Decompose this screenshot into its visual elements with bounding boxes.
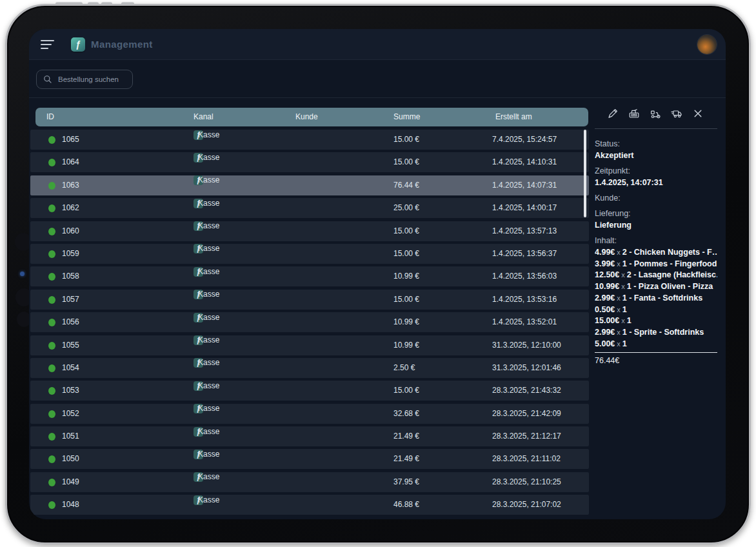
avatar[interactable]: [697, 35, 717, 54]
order-sum: 21.49 €: [393, 426, 419, 446]
status-dot-icon: [48, 501, 55, 509]
order-sum: 15.00 €: [393, 221, 419, 241]
truck-icon: [670, 107, 683, 120]
order-created-at: 1.4.2025, 13:57:13: [492, 221, 557, 241]
item-multiply-glyph: x: [615, 248, 622, 256]
status-dot-icon: [48, 136, 55, 144]
item-quantity: 1: [622, 339, 627, 348]
table-row[interactable]: 1051ƒKasse21.49 €28.3.2025, 21:12:17: [30, 426, 589, 446]
item-description: - Pommes - Fingerfood: [627, 259, 717, 268]
channel-label: Kasse: [198, 353, 219, 373]
table-row[interactable]: 1062ƒKasse25.00 €1.4.2025, 14:00:17: [30, 198, 589, 218]
table-row[interactable]: 1057ƒKasse15.00 €1.4.2025, 13:53:16: [30, 290, 589, 310]
item-multiply-glyph: x: [615, 328, 622, 336]
channel-label: Kasse: [198, 170, 219, 190]
order-created-at: 28.3.2025, 21:07:02: [492, 495, 561, 515]
order-id: 1064: [62, 152, 79, 172]
field-value: 1.4.2025, 14:07:31: [595, 177, 717, 188]
table-row[interactable]: 1060ƒKasse15.00 €1.4.2025, 13:57:13: [30, 221, 589, 241]
table-row[interactable]: 1048ƒKasse46.88 €28.3.2025, 21:07:02: [30, 495, 589, 515]
edit-button[interactable]: [606, 107, 619, 120]
detail-field: Lieferung:Lieferung: [595, 208, 717, 231]
order-item: 4.99€x2 - Chicken Nuggets - F…: [595, 247, 717, 259]
table-row[interactable]: 1056ƒKasse10.99 €1.4.2025, 13:52:01: [30, 312, 589, 332]
order-item: 3.99€x1 - Pommes - Fingerfood: [595, 259, 717, 270]
item-quantity: 1: [622, 259, 627, 268]
order-id: 1048: [62, 495, 79, 515]
detail-fields: Status:AkzeptiertZeitpunkt:1.4.2025, 14:…: [595, 138, 717, 231]
field-value: Akzeptiert: [595, 150, 717, 161]
order-created-at: 1.4.2025, 14:10:31: [492, 152, 557, 172]
order-id: 1057: [62, 290, 79, 310]
search-icon: [43, 75, 52, 84]
order-id: 1053: [62, 381, 79, 401]
order-created-at: 31.3.2025, 12:01:46: [492, 358, 561, 378]
order-item: 2.99€x1 - Sprite - Softdrinks: [595, 327, 717, 339]
item-price: 5.00€: [595, 339, 615, 348]
column-header-kanal: Kanal: [194, 108, 214, 126]
receipt-button[interactable]: [628, 107, 641, 120]
order-created-at: 1.4.2025, 14:00:17: [492, 198, 557, 218]
item-price: 4.99€: [595, 248, 615, 257]
order-created-at: 28.3.2025, 21:43:32: [492, 381, 561, 401]
menu-button[interactable]: [41, 40, 54, 49]
order-sum: 10.99 €: [393, 312, 419, 332]
item-price: 15.00€: [595, 316, 619, 325]
table-row[interactable]: 1059ƒKasse15.00 €1.4.2025, 13:56:37: [30, 244, 589, 264]
order-sum: 46.88 €: [393, 495, 419, 515]
channel-label: Kasse: [198, 148, 219, 168]
item-quantity: 1: [622, 305, 627, 314]
order-id: 1052: [62, 404, 79, 424]
order-sum: 37.95 €: [393, 472, 419, 492]
order-id: 1065: [62, 130, 79, 150]
close-button[interactable]: [691, 107, 704, 120]
orders-list: 1065ƒKasse15.00 €7.4.2025, 15:24:571064ƒ…: [30, 130, 589, 518]
order-id: 1049: [62, 472, 79, 492]
status-dot-icon: [48, 433, 55, 441]
app-title: Management: [91, 39, 153, 50]
order-item: 10.99€x1 - Pizza Oliven - Pizza: [595, 281, 717, 293]
order-id: 1059: [62, 244, 79, 264]
order-id: 1051: [62, 426, 79, 446]
truck-delivery-button[interactable]: [670, 107, 683, 120]
table-row[interactable]: 1065ƒKasse15.00 €7.4.2025, 15:24:57: [30, 130, 589, 150]
table-row[interactable]: 1063ƒKasse76.44 €1.4.2025, 14:07:31: [30, 175, 589, 195]
table-row[interactable]: 1052ƒKasse32.68 €28.3.2025, 21:42:09: [30, 404, 589, 424]
table-row[interactable]: 1055ƒKasse10.99 €31.3.2025, 12:10:00: [30, 335, 589, 355]
item-price: 12.50€: [595, 270, 619, 279]
item-quantity: 1: [627, 316, 632, 325]
field-label: Kunde:: [595, 192, 717, 204]
channel-label: Kasse: [198, 194, 219, 214]
order-created-at: 1.4.2025, 13:53:16: [492, 290, 557, 310]
order-id: 1056: [62, 312, 79, 332]
main-content: IDKanalKundeSummeErstellt am 1065ƒKasse1…: [29, 99, 726, 519]
search-input[interactable]: [52, 75, 132, 83]
scooter-delivery-button[interactable]: [649, 107, 662, 120]
table-row[interactable]: 1054ƒKasse2.50 €31.3.2025, 12:01:46: [30, 358, 589, 378]
status-dot-icon: [48, 342, 55, 350]
table-row[interactable]: 1050ƒKasse21.49 €28.3.2025, 21:11:02: [30, 449, 589, 469]
status-dot-icon: [48, 296, 55, 304]
scooter-icon: [649, 107, 662, 120]
order-sum: 21.49 €: [393, 449, 419, 469]
channel-label: Kasse: [198, 376, 219, 396]
scrollbar-thumb[interactable]: [584, 130, 586, 217]
channel-label: Kasse: [198, 444, 219, 464]
action-bar: [595, 99, 717, 124]
search-section: [29, 60, 726, 98]
table-row[interactable]: 1049ƒKasse37.95 €28.3.2025, 21:10:25: [30, 472, 589, 492]
channel-label: Kasse: [198, 125, 219, 145]
order-created-at: 1.4.2025, 13:56:03: [492, 266, 557, 286]
item-price: 2.99€: [595, 328, 615, 337]
table-row[interactable]: 1053ƒKasse15.00 €28.3.2025, 21:43:32: [30, 381, 589, 401]
column-header-summe: Summe: [393, 108, 420, 126]
search-box[interactable]: [36, 70, 133, 89]
item-multiply-glyph: x: [615, 340, 622, 348]
order-sum: 15.00 €: [393, 290, 419, 310]
order-id: 1055: [62, 335, 79, 355]
table-row[interactable]: 1058ƒKasse10.99 €1.4.2025, 13:56:03: [30, 266, 589, 286]
column-header-kunde: Kunde: [295, 108, 318, 126]
order-sum: 15.00 €: [393, 130, 419, 150]
table-row[interactable]: 1064ƒKasse15.00 €1.4.2025, 14:10:31: [30, 152, 589, 172]
order-sum: 2.50 €: [393, 358, 415, 378]
